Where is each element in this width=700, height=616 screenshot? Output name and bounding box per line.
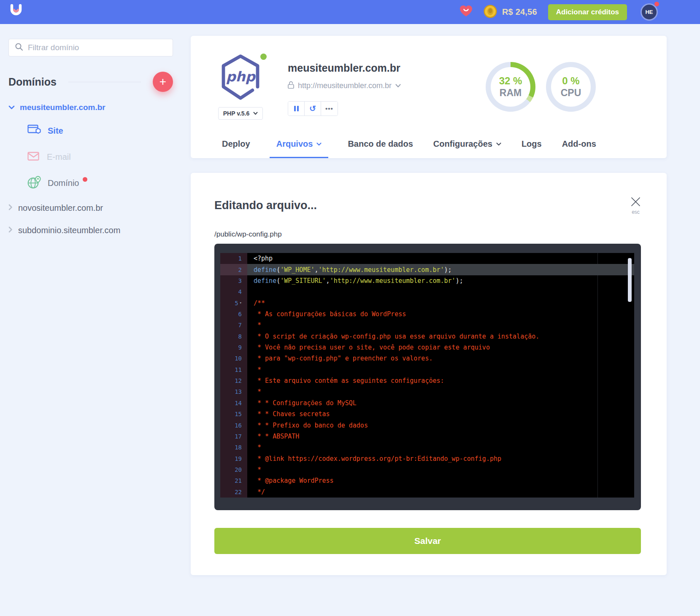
sidebar-item-label: E-mail [47,152,71,162]
code-line[interactable]: 7 * [220,320,634,331]
code-text: * [247,444,261,451]
code-text: * @link https://codex.wordpress.org/pt-b… [247,455,501,463]
code-text: * @package WordPress [247,477,334,484]
editor-scrollbar[interactable] [628,258,632,302]
umbler-logo-icon[interactable] [8,3,24,22]
code-text: * [247,466,261,473]
sidebar-item-active-domain[interactable]: meusiteumbler.com.br [8,103,173,112]
code-line[interactable]: 2define('WP_HOME','http://www.meusiteumb… [220,264,634,275]
code-editor[interactable]: 1<?php2define('WP_HOME','http://www.meus… [220,253,634,498]
restart-icon: ↺ [309,105,316,113]
code-text: * [247,388,261,395]
tab-configuracoes[interactable]: Configurações [432,139,502,158]
code-line[interactable]: 4 [220,286,634,297]
code-lines: 1<?php2define('WP_HOME','http://www.meus… [220,253,634,498]
line-number: 1 [220,253,247,264]
notification-dot [83,177,87,182]
code-text: <?php [247,255,273,262]
code-text: * * Chaves secretas [247,410,330,418]
ram-gauge: 32 % RAM [486,62,535,112]
save-button[interactable]: Salvar [214,528,641,554]
close-editor-button[interactable]: esc [630,196,641,215]
domain-search [8,39,173,56]
code-text: * O script de criação wp-config.php usa … [247,333,539,340]
code-line[interactable]: 22 */ [220,487,634,498]
ram-value: 32 % [499,75,522,87]
globe-pin-icon [27,176,41,191]
code-text: */ [247,488,265,496]
chevron-down-icon [395,84,401,88]
code-text: * * Prefixo do banco de dados [247,422,368,429]
tab-banco-de-dados[interactable]: Banco de dados [347,139,414,158]
site-tabs: Deploy Arquivos Banco de dados Configura… [221,139,597,158]
online-status-dot [260,54,267,60]
more-options-button[interactable]: ••• [321,102,338,116]
smile-heart-icon[interactable] [459,5,473,19]
sidebar-item-dominio[interactable]: Domínio [27,175,173,191]
cpu-label: CPU [561,87,581,99]
fold-arrow-icon[interactable]: ▾ [240,301,242,305]
code-line[interactable]: 9 * Você não precisa user o site, você p… [220,342,634,353]
pause-button[interactable] [288,102,305,116]
sidebar-item-label: Domínio [48,178,79,188]
restart-button[interactable]: ↺ [305,102,321,116]
code-line[interactable]: 10 * para "wp-config.php" e preencher os… [220,353,634,364]
esc-hint: esc [630,209,641,215]
line-number: 8 [220,331,247,342]
code-line[interactable]: 18 * [220,442,634,453]
code-text: * [247,321,261,329]
code-line[interactable]: 19 * @link https://codex.wordpress.org/p… [220,453,634,464]
code-line[interactable]: 5▾/** [220,297,634,308]
cpu-value: 0 % [562,75,579,87]
sidebar-item-email[interactable]: E-mail [27,149,173,164]
cpu-gauge: 0 % CPU [546,62,596,112]
code-line[interactable]: 12 * Este arquivo contém as seguintes co… [220,375,634,386]
chevron-down-icon [253,112,258,115]
line-number: 20 [220,464,247,475]
site-url-dropdown[interactable]: http://meusiteumbler.com.br [288,81,401,91]
resource-gauges: 32 % RAM 0 % CPU [486,54,596,120]
line-number: 16 [220,420,247,430]
sidebar-item-subdominio[interactable]: subdominio.siteumbler.com [8,226,173,235]
file-editor-card: Editando arquivo... esc /public/wp-confi… [191,173,667,575]
topbar: R$ 24,56 Adicionar créditos HE [0,0,700,24]
divider [68,82,141,82]
add-domain-button[interactable]: + [153,72,173,92]
code-text: /** [247,299,265,307]
code-line[interactable]: 20 * [220,464,634,475]
site-controls: ↺ ••• [288,101,338,116]
add-credits-button[interactable]: Adicionar créditos [548,4,627,20]
tab-arquivos[interactable]: Arquivos [270,139,329,158]
line-number: 21 [220,475,247,486]
code-line[interactable]: 8 * O script de criação wp-config.php us… [220,331,634,342]
user-menu[interactable]: HE [641,3,658,21]
code-line[interactable]: 3define('WP_SITEURL','http://www.meusite… [220,275,634,286]
sidebar-item-novositeumbler[interactable]: novositeumbler.com.br [8,203,173,213]
chevron-right-icon [8,204,13,212]
ram-label: RAM [500,87,522,99]
code-text: * As configurações básicas do WordPress [247,310,406,318]
code-line[interactable]: 16 * * Prefixo do banco de dados [220,420,634,430]
tab-deploy[interactable]: Deploy [221,139,251,158]
runtime-logo-block: php PHP v.5.6 [217,54,264,120]
code-line[interactable]: 1<?php [220,253,634,264]
code-line[interactable]: 13 * [220,386,634,397]
php-version-select[interactable]: PHP v.5.6 [218,107,263,120]
chevron-right-icon [8,226,13,234]
sidebar-item-site[interactable]: Site [27,123,173,138]
tab-logs[interactable]: Logs [521,139,543,158]
code-line[interactable]: 11 * [220,364,634,375]
code-line[interactable]: 15 * * Chaves secretas [220,409,634,420]
tab-addons[interactable]: Add-ons [561,139,597,158]
code-line[interactable]: 17 * * ABSPATH [220,431,634,442]
editor-title: Editando arquivo... [214,199,317,212]
line-number: 12 [220,375,247,386]
sidebar: Domínios + meusiteumbler.com.br [0,24,191,575]
code-line[interactable]: 21 * @package WordPress [220,475,634,486]
code-line[interactable]: 14 * * Configurações do MySQL [220,398,634,409]
credits-balance[interactable]: R$ 24,56 [484,5,537,20]
code-line[interactable]: 6 * As configurações básicas do WordPres… [220,309,634,320]
line-number: 7 [220,320,247,331]
search-input[interactable] [28,43,167,52]
code-text: define('WP_HOME','http://www.meusiteumbl… [247,266,452,274]
